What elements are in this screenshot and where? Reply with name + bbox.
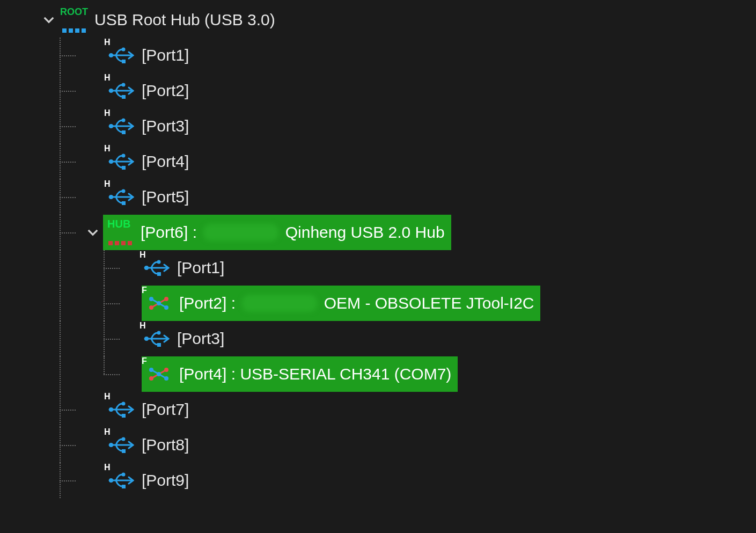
tree-node-port[interactable]: H [Port5] bbox=[0, 179, 756, 215]
node-label: [Port9] bbox=[142, 471, 195, 490]
svg-point-5 bbox=[109, 89, 113, 93]
node-label: [Port1] bbox=[142, 46, 195, 64]
usb-port-icon: H bbox=[106, 111, 136, 141]
tree-node-port[interactable]: H [Port4] bbox=[0, 144, 756, 179]
node-label: [Port8] bbox=[142, 436, 195, 454]
svg-point-34 bbox=[164, 368, 168, 372]
svg-point-6 bbox=[122, 83, 126, 87]
svg-point-48 bbox=[122, 473, 126, 477]
root-hub-icon: ROOT bbox=[59, 5, 89, 35]
svg-point-14 bbox=[122, 154, 126, 158]
svg-point-22 bbox=[157, 260, 161, 264]
svg-point-39 bbox=[109, 407, 113, 412]
node-label: [Port3] bbox=[142, 117, 195, 135]
tree-node-root[interactable]: ROOT USB Root Hub (USB 3.0) bbox=[0, 2, 756, 38]
svg-point-9 bbox=[109, 124, 113, 128]
svg-point-13 bbox=[109, 159, 113, 164]
chevron-down-icon[interactable] bbox=[43, 14, 55, 26]
hub-icon: HUB bbox=[105, 217, 135, 247]
redacted-text bbox=[203, 224, 278, 241]
usb-device-icon: F bbox=[144, 288, 174, 318]
svg-point-47 bbox=[109, 478, 113, 483]
svg-rect-23 bbox=[157, 272, 161, 276]
node-label: [Port6] : Qinheng USB 2.0 Hub bbox=[141, 223, 451, 242]
usb-port-icon: H bbox=[106, 182, 136, 212]
svg-rect-19 bbox=[122, 201, 126, 205]
chevron-down-icon[interactable] bbox=[87, 227, 99, 238]
svg-rect-7 bbox=[122, 95, 126, 99]
node-label: [Port4] : USB-SERIAL CH341 (COM7) bbox=[179, 365, 458, 383]
usb-device-tree: ROOT USB Root Hub (USB 3.0) H [Port1] H … bbox=[0, 0, 756, 498]
tree-node-port[interactable]: H [Port3] bbox=[0, 321, 756, 356]
node-label: [Port3] bbox=[177, 330, 231, 348]
node-label: [Port2] bbox=[142, 82, 195, 100]
usb-port-icon: H bbox=[142, 253, 172, 283]
usb-port-icon: H bbox=[106, 76, 136, 106]
usb-port-icon: H bbox=[142, 324, 172, 354]
usb-port-icon: H bbox=[106, 40, 136, 70]
tree-node-port[interactable]: H [Port1] bbox=[0, 38, 756, 73]
svg-point-2 bbox=[122, 48, 126, 52]
svg-rect-3 bbox=[122, 60, 126, 63]
svg-point-35 bbox=[149, 368, 153, 372]
tree-node-port[interactable]: H [Port3] bbox=[0, 108, 756, 144]
node-label: [Port4] bbox=[142, 152, 195, 171]
node-label: [Port5] bbox=[142, 188, 195, 206]
svg-rect-11 bbox=[122, 130, 126, 134]
svg-point-44 bbox=[122, 437, 126, 441]
tree-node-port[interactable]: H [Port2] bbox=[0, 73, 756, 108]
tree-node-device[interactable]: F [Port2] : OEM - OBSOLETE JTool-I2C bbox=[0, 286, 756, 321]
svg-point-18 bbox=[122, 189, 126, 193]
svg-point-40 bbox=[122, 402, 126, 406]
svg-rect-49 bbox=[122, 485, 126, 488]
svg-point-10 bbox=[122, 119, 126, 122]
usb-port-icon: H bbox=[106, 395, 136, 425]
svg-rect-45 bbox=[122, 449, 126, 453]
svg-rect-15 bbox=[122, 166, 126, 170]
svg-point-28 bbox=[157, 301, 161, 305]
svg-point-43 bbox=[109, 443, 113, 447]
svg-point-26 bbox=[149, 297, 153, 301]
tree-node-port[interactable]: H [Port9] bbox=[0, 463, 756, 498]
svg-rect-41 bbox=[122, 414, 126, 418]
tree-node-port[interactable]: H [Port1] bbox=[0, 250, 756, 286]
svg-point-25 bbox=[164, 297, 168, 301]
svg-point-1 bbox=[109, 53, 113, 57]
svg-point-24 bbox=[149, 305, 153, 310]
tree-node-hub[interactable]: HUB [Port6] : Qinheng USB 2.0 Hub bbox=[0, 215, 756, 250]
svg-point-27 bbox=[164, 305, 168, 310]
svg-point-33 bbox=[149, 376, 153, 381]
usb-port-icon: H bbox=[106, 430, 136, 460]
usb-port-icon: H bbox=[106, 147, 136, 177]
node-label: [Port7] bbox=[142, 400, 195, 419]
svg-point-31 bbox=[157, 331, 161, 335]
svg-point-37 bbox=[157, 372, 161, 376]
svg-rect-32 bbox=[157, 343, 161, 347]
tree-node-device[interactable]: F [Port4] : USB-SERIAL CH341 (COM7) bbox=[0, 356, 756, 392]
svg-point-36 bbox=[164, 376, 168, 381]
node-label: [Port1] bbox=[177, 259, 231, 277]
usb-port-icon: H bbox=[106, 465, 136, 495]
redacted-text bbox=[242, 295, 317, 312]
svg-point-17 bbox=[109, 195, 113, 199]
svg-point-30 bbox=[144, 337, 149, 341]
usb-device-icon: F bbox=[144, 359, 174, 389]
node-label: USB Root Hub (USB 3.0) bbox=[94, 11, 282, 29]
node-label: [Port2] : OEM - OBSOLETE JTool-I2C bbox=[179, 294, 540, 312]
tree-node-port[interactable]: H [Port8] bbox=[0, 427, 756, 463]
svg-point-21 bbox=[144, 266, 149, 270]
tree-node-port[interactable]: H [Port7] bbox=[0, 392, 756, 427]
